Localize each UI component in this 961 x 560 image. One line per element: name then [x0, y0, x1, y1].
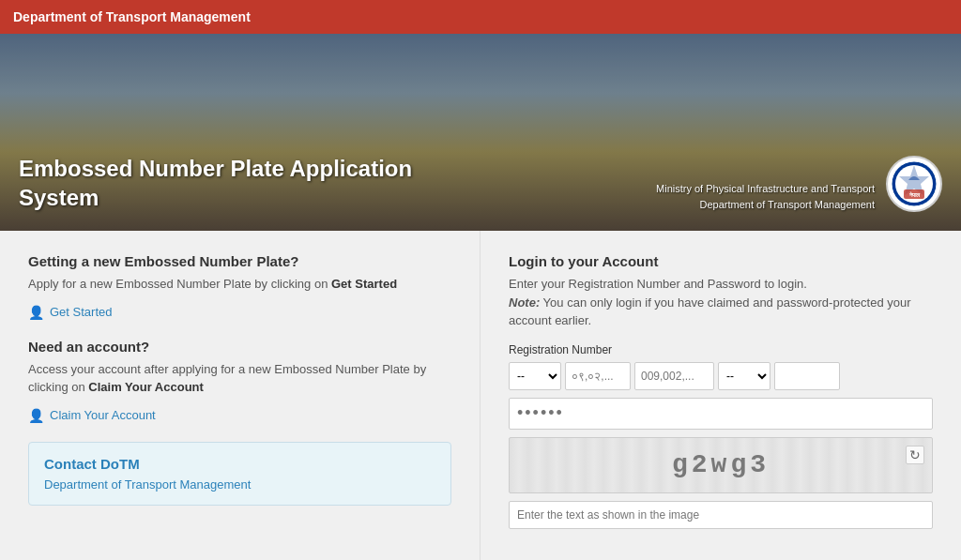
captcha-refresh-button[interactable]: ↻	[906, 446, 924, 464]
hero-ministry-info: Ministry of Physical Infrastructure and …	[656, 181, 875, 212]
reg-number-row: -- --	[509, 362, 933, 390]
section1-desc: Apply for a new Embossed Number Plate by…	[28, 275, 451, 294]
contact-dept: Department of Transport Management	[44, 477, 435, 492]
claim-account-link[interactable]: 👤 Claim Your Account	[28, 408, 451, 423]
contact-box: Contact DoTM Department of Transport Man…	[28, 442, 451, 506]
get-started-label: Get Started	[50, 305, 112, 319]
login-desc: Enter your Registration Number and Passw…	[509, 275, 933, 330]
top-bar: Department of Transport Management	[0, 0, 961, 34]
reg-prefix-select[interactable]: --	[509, 362, 561, 390]
password-input[interactable]	[509, 398, 933, 430]
person-icon: 👤	[28, 305, 44, 320]
captcha-text: g2wg3	[672, 450, 770, 479]
refresh-icon: ↻	[909, 447, 921, 462]
hero-logo: नेपाल	[886, 156, 942, 212]
reg-suffix-select[interactable]: --	[718, 362, 770, 390]
right-panel: Login to your Account Enter your Registr…	[480, 231, 961, 560]
hero-ministry-line1: Ministry of Physical Infrastructure and …	[656, 181, 875, 197]
section2-title: Need an account?	[28, 339, 451, 355]
left-panel: Getting a new Embossed Number Plate? App…	[0, 231, 480, 560]
main-content: Getting a new Embossed Number Plate? App…	[0, 231, 961, 560]
hero-ministry-line2: Department of Transport Management	[656, 197, 875, 213]
nepal-emblem-icon: नेपाल	[890, 159, 938, 208]
claim-account-label: Claim Your Account	[50, 408, 156, 422]
hero-title: Embossed Number Plate Application System	[19, 154, 413, 212]
contact-title: Contact DoTM	[44, 456, 435, 472]
section2-desc: Access your account after applying for a…	[28, 360, 451, 397]
get-started-link[interactable]: 👤 Get Started	[28, 305, 451, 320]
hero-banner: Embossed Number Plate Application System…	[0, 34, 961, 231]
reg-input-3[interactable]	[774, 362, 840, 390]
section1-title: Getting a new Embossed Number Plate?	[28, 253, 451, 269]
reg-input-2[interactable]	[634, 362, 714, 390]
captcha-input[interactable]	[509, 501, 933, 529]
reg-number-label: Registration Number	[509, 343, 933, 356]
login-title: Login to your Account	[509, 253, 933, 269]
reg-input-1[interactable]	[565, 362, 631, 390]
top-bar-title: Department of Transport Management	[13, 9, 251, 24]
captcha-image: g2wg3 ↻	[509, 437, 933, 493]
person-icon-2: 👤	[28, 408, 44, 423]
svg-text:नेपाल: नेपाल	[908, 191, 921, 198]
